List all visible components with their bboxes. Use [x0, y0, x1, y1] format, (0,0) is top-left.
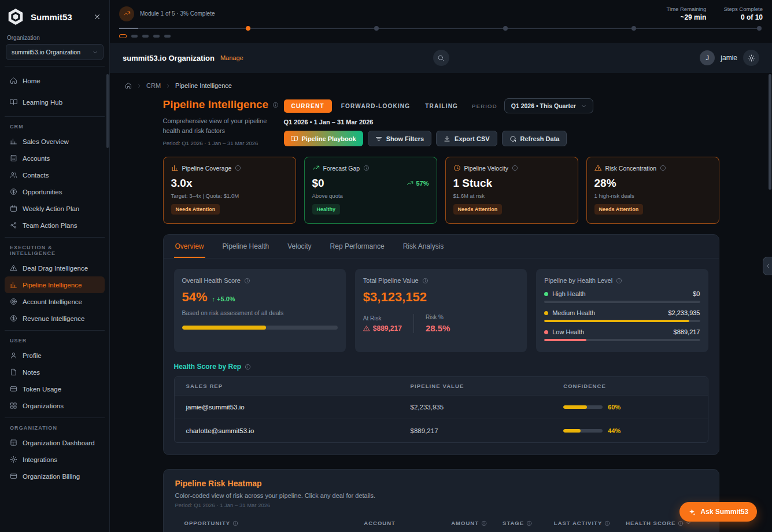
- sidebar-section-user: USER: [5, 330, 105, 347]
- low-health-dot: [544, 330, 548, 334]
- total-pipeline-value-card: Total Pipeline Value $3,123,152 At Risk: [355, 269, 527, 352]
- main-area: Module 1 of 5 · 3% Complete Time Remaini…: [110, 0, 772, 532]
- pipeline-playbook-button[interactable]: Pipeline Playbook: [284, 131, 363, 146]
- share-icon: [10, 221, 17, 229]
- medium-health-dot: [544, 311, 548, 315]
- collapse-panel-tab[interactable]: [763, 257, 772, 275]
- sidebar-item-label: Revenue Intelligence: [23, 315, 84, 322]
- breadcrumb-current: Pipeline Intelligence: [175, 82, 232, 89]
- alert-triangle-icon: [10, 264, 17, 272]
- col-amount[interactable]: AMOUNT: [451, 520, 503, 526]
- refresh-data-button[interactable]: Refresh Data: [502, 131, 567, 146]
- sidebar-item-organization-billing[interactable]: Organization Billing: [5, 468, 105, 485]
- sidebar-item-learning-hub[interactable]: Learning Hub: [5, 91, 105, 113]
- info-icon[interactable]: [245, 364, 251, 370]
- bar-chart-icon: [10, 281, 17, 289]
- tab-velocity[interactable]: Velocity: [286, 235, 312, 258]
- sidebar-item-label: Home: [23, 77, 40, 84]
- col-stage[interactable]: STAGE: [503, 520, 554, 526]
- tab-trailing[interactable]: TRAILING: [419, 99, 464, 113]
- health-score-desc: Based on risk assessment of all deals: [182, 309, 338, 316]
- sidebar-nav: Home Learning Hub CRM Sales Overview Acc…: [5, 66, 105, 485]
- sidebar-item-contacts[interactable]: Contacts: [5, 167, 105, 183]
- button-label: Export CSV: [455, 135, 490, 142]
- sidebar-item-pipeline-intelligence[interactable]: Pipeline Intelligence: [5, 276, 105, 293]
- button-label: Refresh Data: [520, 135, 560, 142]
- breadcrumb-crm[interactable]: CRM: [146, 82, 161, 89]
- organization-select[interactable]: summit53.io Organization: [6, 44, 104, 60]
- info-icon[interactable]: [512, 165, 518, 171]
- col-opportunity[interactable]: OPPORTUNITY: [184, 520, 364, 526]
- sidebar-item-revenue-intelligence[interactable]: Revenue Intelligence: [5, 310, 105, 327]
- pipeline-health-level-card: Pipeline by Health Level High Health $0: [536, 269, 708, 352]
- sidebar-section-organization: ORGANIZATION: [5, 418, 105, 434]
- info-icon[interactable]: [422, 278, 429, 284]
- health-level-bar-fill: [544, 320, 689, 322]
- sidebar-item-deal-drag-intelligence[interactable]: Deal Drag Intelligence: [5, 260, 105, 276]
- tab-overview[interactable]: Overview: [174, 235, 205, 258]
- step-indicators: [119, 34, 763, 43]
- tab-pipeline-health[interactable]: Pipeline Health: [221, 235, 271, 258]
- manage-link[interactable]: Manage: [220, 54, 243, 61]
- sidebar-item-sales-overview[interactable]: Sales Overview: [5, 133, 105, 150]
- sidebar-item-accounts[interactable]: Accounts: [5, 150, 105, 167]
- target-icon: [10, 298, 17, 305]
- export-csv-button[interactable]: Export CSV: [436, 131, 497, 146]
- tab-current[interactable]: CURRENT: [284, 99, 332, 113]
- sidebar-item-integrations[interactable]: Integrations: [5, 451, 105, 468]
- module-milestone-2: [374, 26, 379, 31]
- show-filters-button[interactable]: Show Filters: [368, 131, 431, 146]
- sidebar-item-opportunities[interactable]: Opportunities: [5, 183, 105, 200]
- rep-pipeline-value: $2,233,935: [411, 404, 564, 411]
- sidebar: Summit53 Organization summit53.io Organi…: [0, 0, 110, 532]
- table-row[interactable]: jamie@summit53.io $2,233,935 60%: [175, 395, 708, 419]
- col-last-activity[interactable]: LAST ACTIVITY: [554, 520, 626, 526]
- sidebar-item-profile[interactable]: Profile: [5, 347, 105, 364]
- sidebar-scrollbar[interactable]: [106, 74, 109, 148]
- metric-title: Risk Concentration: [605, 165, 657, 172]
- status-badge: Needs Attention: [171, 204, 220, 215]
- sidebar-item-home[interactable]: Home: [5, 70, 105, 91]
- sidebar-item-notes[interactable]: Notes: [5, 364, 105, 380]
- theme-toggle-button[interactable]: [743, 50, 759, 66]
- tab-risk-analysis[interactable]: Risk Analysis: [402, 235, 445, 258]
- confidence-bar-fill: [563, 429, 581, 433]
- info-icon[interactable]: [244, 278, 250, 284]
- health-score-by-rep-title: Health Score by Rep: [174, 363, 708, 371]
- sidebar-item-token-usage[interactable]: Token Usage: [5, 380, 105, 397]
- search-icon: [437, 54, 445, 62]
- clock-icon: [453, 164, 461, 172]
- table-row[interactable]: charlotte@summit53.io $889,217 44%: [175, 419, 708, 442]
- tab-forward-looking[interactable]: FORWARD-LOOKING: [335, 99, 416, 113]
- card-title: Pipeline by Health Level: [544, 277, 612, 284]
- metric-value: 3.0x: [171, 177, 193, 190]
- tab-rep-performance[interactable]: Rep Performance: [329, 235, 386, 258]
- search-button[interactable]: [433, 50, 449, 66]
- avatar[interactable]: J: [700, 50, 715, 65]
- period-select[interactable]: Q1 2026 • This Quarter: [504, 98, 593, 113]
- page-scrollbar[interactable]: [769, 74, 771, 190]
- sidebar-item-label: Integrations: [23, 456, 57, 463]
- info-icon[interactable]: [272, 102, 279, 108]
- sidebar-item-organization-dashboard[interactable]: Organization Dashboard: [5, 434, 105, 451]
- info-icon[interactable]: [660, 165, 666, 171]
- ask-summit53-button[interactable]: Ask Summit53: [679, 502, 757, 522]
- risk-pct-label: Risk %: [426, 314, 450, 320]
- sidebar-close-button[interactable]: [91, 10, 104, 23]
- info-icon[interactable]: [235, 165, 241, 171]
- info-icon[interactable]: [363, 165, 370, 171]
- time-remaining-value: ~29 min: [667, 13, 707, 21]
- trending-up-icon: [407, 180, 413, 187]
- sidebar-item-weekly-action-plan[interactable]: Weekly Action Plan: [5, 200, 105, 217]
- pipeline-risk-heatmap: Pipeline Risk Heatmap Color-coded view o…: [163, 469, 719, 532]
- sidebar-item-team-action-plans[interactable]: Team Action Plans: [5, 217, 105, 234]
- col-label: HEALTH SCORE: [626, 520, 675, 526]
- info-icon[interactable]: [616, 278, 622, 284]
- col-sales-rep: SALES REP: [186, 383, 411, 389]
- col-label: STAGE: [503, 520, 524, 526]
- steps-complete: Steps Complete 0 of 10: [723, 6, 763, 21]
- sidebar-item-account-intelligence[interactable]: Account Intelligence: [5, 293, 105, 310]
- sidebar-item-organizations[interactable]: Organizations: [5, 397, 105, 414]
- col-account[interactable]: ACCOUNT: [364, 520, 451, 526]
- home-icon[interactable]: [125, 82, 132, 89]
